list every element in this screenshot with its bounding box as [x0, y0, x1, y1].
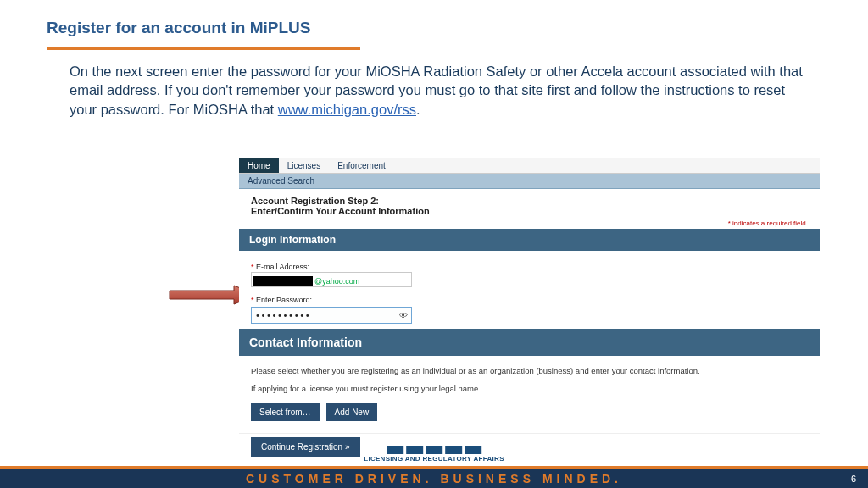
- lara-logo: LICENSING AND REGULATORY AFFAIRS: [364, 446, 504, 463]
- email-label-text: E-mail Address:: [256, 263, 309, 271]
- instruction-text: On the next screen enter the password fo…: [0, 50, 868, 119]
- contact-info-text: Please select whether you are registerin…: [239, 356, 820, 398]
- tab-bar: Home Licenses Enforcement: [239, 158, 820, 174]
- contact-info-header: Contact Information: [239, 329, 820, 356]
- continue-row: Continue Registration »: [239, 433, 820, 465]
- password-value: ••••••••••: [255, 311, 399, 320]
- password-label-text: Enter Password:: [256, 296, 312, 304]
- lara-logo-subtitle: LICENSING AND REGULATORY AFFAIRS: [364, 455, 504, 463]
- footer-tagline: CUSTOMER DRIVEN. BUSINESS MINDED.: [246, 472, 622, 485]
- eye-icon[interactable]: 👁: [399, 311, 408, 320]
- required-note: * indicates a required field.: [239, 219, 820, 229]
- step-heading: Account Registration Step 2: Enter/Confi…: [239, 189, 820, 219]
- instruction-post: .: [416, 102, 420, 117]
- email-redacted-block: [253, 276, 313, 286]
- slide-title: Register for an account in MiPLUS: [0, 0, 868, 41]
- email-field[interactable]: @yahoo.com: [251, 272, 412, 287]
- add-new-button[interactable]: Add New: [326, 403, 378, 421]
- advanced-search-bar[interactable]: Advanced Search: [239, 174, 820, 189]
- login-info-header: Login Information: [239, 229, 820, 251]
- contact-buttons: Select from… Add New: [239, 398, 820, 433]
- password-label: * Enter Password:: [251, 296, 808, 304]
- tab-licenses[interactable]: Licenses: [279, 158, 329, 173]
- contact-text-1: Please select whether you are registerin…: [251, 364, 808, 377]
- step-line1: Account Registration Step 2:: [251, 196, 808, 206]
- password-field[interactable]: •••••••••• 👁: [251, 307, 412, 324]
- page-number: 6: [851, 474, 856, 484]
- step-line2: Enter/Confirm Your Account Information: [251, 206, 808, 216]
- email-domain: @yahoo.com: [314, 277, 359, 286]
- rss-link[interactable]: www.michigan.gov/rss: [278, 102, 416, 117]
- select-from-button[interactable]: Select from…: [251, 403, 320, 421]
- instruction-pre: On the next screen enter the password fo…: [70, 64, 803, 117]
- login-form: * E-mail Address: @yahoo.com * Enter Pas…: [239, 251, 820, 329]
- footer-bar: CUSTOMER DRIVEN. BUSINESS MINDED. 6: [0, 466, 868, 488]
- continue-registration-button[interactable]: Continue Registration »: [251, 437, 360, 457]
- email-label: * E-mail Address:: [251, 263, 808, 271]
- lara-logo-bars: [364, 446, 504, 454]
- contact-text-2: If applying for a license you must regis…: [251, 382, 808, 395]
- tab-home[interactable]: Home: [239, 158, 279, 173]
- tab-enforcement[interactable]: Enforcement: [329, 158, 394, 173]
- app-screenshot: Home Licenses Enforcement Advanced Searc…: [239, 158, 820, 465]
